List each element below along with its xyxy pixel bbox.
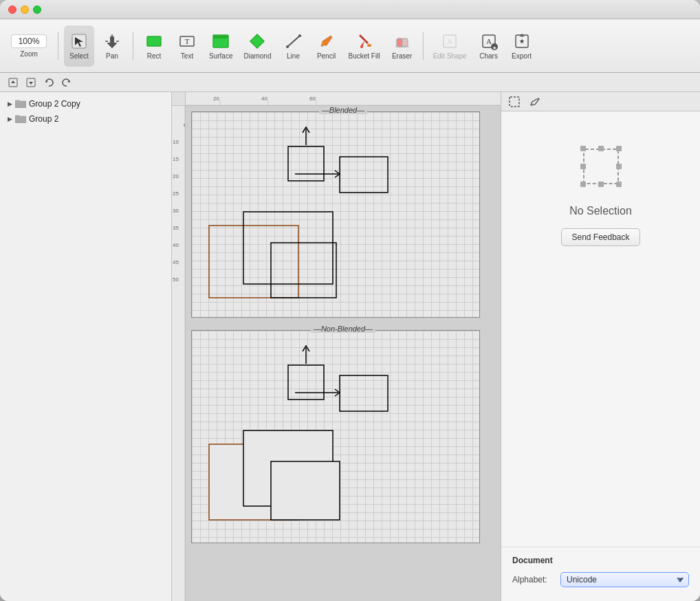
svg-rect-56 bbox=[510, 97, 519, 107]
expand-arrow-group2: ▶ bbox=[6, 115, 14, 123]
svg-rect-55 bbox=[271, 461, 340, 520]
canvas-scroll[interactable]: —Blended— bbox=[186, 106, 501, 601]
rect-tool[interactable]: Rect bbox=[139, 25, 169, 67]
diamond-tool[interactable]: Diamond bbox=[239, 25, 275, 67]
minimize-button[interactable] bbox=[21, 6, 29, 14]
folder-icon-group2 bbox=[15, 115, 26, 123]
svg-rect-61 bbox=[616, 182, 622, 187]
text-label: Text bbox=[181, 52, 193, 60]
sidebar: ▶ Group 2 Copy ▶ Group 2 bbox=[0, 92, 172, 601]
svg-text:★: ★ bbox=[519, 38, 525, 45]
titlebar bbox=[0, 0, 700, 19]
maximize-button[interactable] bbox=[33, 6, 41, 14]
panel-select-icon[interactable] bbox=[507, 94, 522, 109]
canvas-row: 5 10 15 20 25 30 35 40 45 50 bbox=[172, 106, 501, 601]
edit-shape-icon: A bbox=[440, 32, 459, 51]
rect-icon bbox=[144, 32, 164, 51]
eraser-icon bbox=[393, 32, 412, 51]
expand-arrow-group2copy: ▶ bbox=[6, 100, 14, 108]
sidebar-item-group2copy[interactable]: ▶ Group 2 Copy bbox=[0, 96, 171, 111]
svg-line-6 bbox=[287, 36, 300, 47]
svg-text:A: A bbox=[486, 37, 492, 45]
svg-rect-63 bbox=[598, 182, 604, 187]
zoom-label: Zoom bbox=[20, 50, 38, 58]
non-blended-canvas bbox=[191, 330, 480, 543]
bucket-fill-label: Bucket Fill bbox=[349, 52, 380, 60]
svg-text:60: 60 bbox=[309, 96, 316, 102]
svg-text:T: T bbox=[185, 37, 190, 45]
line-tool[interactable]: Line bbox=[278, 25, 309, 67]
no-selection-icon bbox=[573, 139, 628, 194]
svg-rect-51 bbox=[340, 375, 388, 411]
close-button[interactable] bbox=[8, 6, 17, 14]
pan-tool[interactable]: Pan bbox=[97, 25, 127, 67]
traffic-lights bbox=[8, 6, 41, 14]
zoom-value[interactable]: 100% bbox=[11, 34, 47, 48]
blended-overlapping-rects bbox=[206, 208, 412, 305]
zoom-control: 100% Zoom bbox=[6, 25, 52, 67]
svg-text:40: 40 bbox=[261, 96, 267, 102]
svg-rect-48 bbox=[271, 243, 336, 298]
diamond-label: Diamond bbox=[243, 52, 271, 60]
svg-rect-44 bbox=[340, 157, 388, 193]
right-panel-toolbar bbox=[501, 92, 700, 111]
svg-rect-46 bbox=[209, 226, 298, 298]
rotate-left-icon bbox=[43, 77, 54, 88]
svg-rect-49 bbox=[288, 365, 324, 400]
toolbar: 100% Zoom Select Pan Rect bbox=[0, 19, 700, 73]
sidebar-item-group2[interactable]: ▶ Group 2 bbox=[0, 111, 171, 127]
eraser-tool[interactable]: Eraser bbox=[387, 25, 417, 67]
alphabet-row: Alphabet: Unicode ASCII Latin bbox=[512, 572, 689, 587]
line-label: Line bbox=[287, 52, 300, 60]
bucket-fill-tool[interactable]: Bucket Fill bbox=[344, 25, 384, 67]
svg-text:5: 5 bbox=[182, 123, 186, 127]
panel-pencil-icon[interactable] bbox=[527, 94, 543, 109]
export-tool[interactable]: ★ Export bbox=[507, 25, 537, 67]
blended-shape-group-1 bbox=[281, 126, 336, 188]
svg-text:15: 15 bbox=[173, 156, 179, 162]
svg-rect-9 bbox=[367, 44, 371, 47]
select-icon bbox=[69, 32, 89, 51]
move-up-icon bbox=[8, 77, 19, 88]
no-selection-text: No Selection bbox=[569, 205, 632, 217]
rotate-right-button[interactable] bbox=[59, 75, 74, 90]
group2copy-label: Group 2 Copy bbox=[29, 99, 80, 109]
svg-text:20: 20 bbox=[213, 96, 219, 102]
svg-rect-60 bbox=[580, 182, 586, 187]
toolbar-separator-1 bbox=[58, 32, 58, 60]
text-tool[interactable]: T Text bbox=[172, 25, 202, 67]
surface-label: Surface bbox=[209, 52, 232, 60]
selection-mode-icon bbox=[508, 96, 521, 108]
send-feedback-button[interactable]: Send Feedback bbox=[561, 228, 639, 246]
sidebar-content: ▶ Group 2 Copy ▶ Group 2 bbox=[0, 92, 171, 601]
svg-rect-59 bbox=[616, 146, 622, 151]
move-down-button[interactable] bbox=[23, 75, 39, 90]
select-label: Select bbox=[69, 52, 89, 60]
svg-text:★: ★ bbox=[492, 45, 496, 50]
svg-text:20: 20 bbox=[173, 173, 179, 179]
non-blended-title: —Non-Blended— bbox=[311, 325, 375, 333]
svg-rect-5 bbox=[213, 35, 228, 39]
eraser-label: Eraser bbox=[392, 52, 412, 60]
pencil-label: Pencil bbox=[317, 52, 336, 60]
alphabet-select[interactable]: Unicode ASCII Latin bbox=[560, 572, 689, 587]
pencil-icon bbox=[317, 32, 336, 51]
edit-shape-label: Edit Shape bbox=[433, 52, 467, 60]
document-section: Document Alphabet: Unicode ASCII Latin bbox=[501, 547, 700, 601]
rect-label: Rect bbox=[147, 52, 162, 60]
pencil-tool[interactable]: Pencil bbox=[311, 25, 342, 67]
edit-shape-tool: A Edit Shape bbox=[429, 25, 471, 67]
svg-text:45: 45 bbox=[173, 259, 179, 265]
svg-text:A: A bbox=[447, 37, 452, 45]
rotate-left-button[interactable] bbox=[41, 75, 56, 90]
blended-shape-group-2 bbox=[336, 153, 398, 201]
line-icon bbox=[284, 32, 303, 51]
non-blended-section: —Non-Blended— bbox=[191, 330, 495, 543]
select-tool[interactable]: Select bbox=[64, 25, 94, 67]
svg-text:10: 10 bbox=[173, 139, 179, 145]
surface-tool[interactable]: Surface bbox=[205, 25, 237, 67]
non-blended-shape-group-2 bbox=[336, 372, 398, 420]
move-up-button[interactable] bbox=[6, 75, 21, 90]
svg-text:30: 30 bbox=[173, 208, 179, 214]
chars-tool[interactable]: A ★ Chars bbox=[474, 25, 504, 67]
